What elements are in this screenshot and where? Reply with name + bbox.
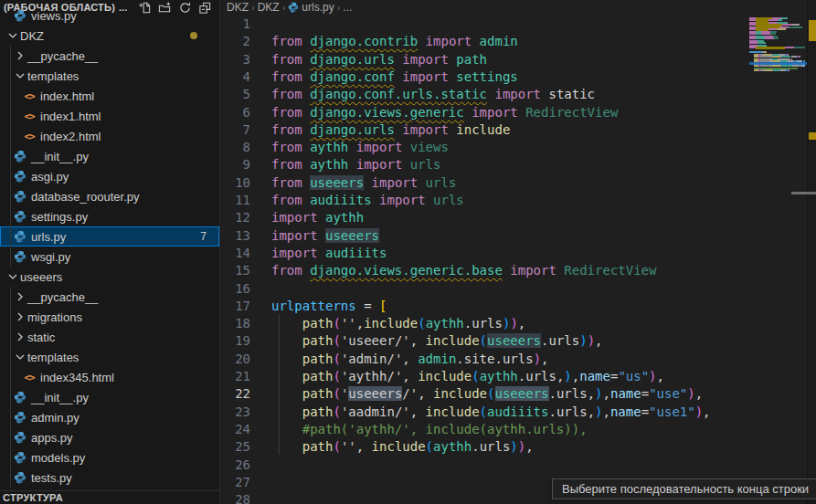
line-number[interactable]: 23 (220, 404, 250, 419)
line-number[interactable]: 27 (220, 475, 250, 489)
line-number[interactable]: 2 (220, 34, 250, 48)
code-line-15[interactable]: 15from django.views.generic.base import … (220, 261, 816, 279)
tree-file-index1-html[interactable]: <>index1.html (0, 106, 219, 126)
line-number[interactable]: 3 (220, 52, 250, 67)
tree-folder-static[interactable]: static (0, 327, 219, 347)
breadcrumb-item[interactable]: DKZ (227, 1, 249, 14)
code-line-22[interactable]: 22 path('useeers/', include(useeers.urls… (220, 384, 816, 403)
code-text: import aythh (271, 210, 364, 225)
breadcrumb-item[interactable]: ... (343, 1, 352, 14)
tree-folder-dkz[interactable]: DKZ (0, 26, 219, 46)
chevron-right-icon[interactable] (13, 310, 27, 324)
line-number[interactable]: 17 (220, 299, 250, 313)
chevron-down-icon[interactable] (5, 28, 20, 43)
tree-file--init-py[interactable]: __init__.py (0, 146, 219, 166)
code-line-3[interactable]: 3from django.urls import path (220, 50, 816, 68)
code-text: from django.conf.urls.static import stat… (271, 87, 595, 101)
line-number[interactable]: 21 (220, 369, 250, 383)
code-line-4[interactable]: 4from django.conf import settings (220, 68, 816, 86)
code-line-7[interactable]: 7from django.urls import include (220, 121, 816, 139)
line-number[interactable]: 13 (220, 228, 250, 243)
line-number[interactable]: 8 (220, 140, 250, 154)
code-line-17[interactable]: 17urlpatterns = [ (220, 297, 816, 315)
chevron-right-icon[interactable] (13, 289, 27, 304)
code-line-1[interactable]: 1 (220, 15, 816, 33)
code-line-9[interactable]: 9from aythh import urls (220, 155, 816, 173)
tree-file-index345-html[interactable]: <>index345.html (0, 367, 219, 387)
code-line-11[interactable]: 11from audiiits import urls (220, 191, 816, 209)
tree-folder-templates[interactable]: templates (0, 347, 219, 367)
tree-file-admin-py[interactable]: admin.py (0, 407, 219, 427)
tree-file-wsgi-py[interactable]: wsgi.py (0, 247, 219, 267)
line-number[interactable]: 16 (220, 281, 250, 296)
tree-folder-templates[interactable]: templates (0, 66, 219, 86)
code-line-16[interactable]: 16 (220, 279, 816, 298)
overview-ruler[interactable] (807, 0, 816, 504)
line-number[interactable]: 25 (220, 439, 250, 454)
chevron-right-icon[interactable] (13, 330, 27, 344)
code-line-8[interactable]: 8from aythh import views (220, 138, 816, 156)
chevron-right-icon[interactable] (13, 48, 27, 63)
line-number[interactable]: 6 (220, 105, 250, 120)
tree-folder-useeers[interactable]: useeers (0, 267, 219, 287)
tree-file-settings-py[interactable]: settings.py (0, 206, 219, 226)
code-line-12[interactable]: 12import aythh (220, 208, 816, 226)
tree-folder--pycache-[interactable]: __pycache__ (0, 46, 219, 66)
line-number[interactable]: 10 (220, 175, 250, 190)
tree-file-urls-py[interactable]: urls.py7 (0, 226, 219, 247)
chevron-down-icon[interactable] (13, 68, 27, 83)
minimap[interactable] (749, 13, 807, 205)
line-number[interactable]: 4 (220, 69, 250, 84)
problems-count-badge: 7 (200, 230, 207, 243)
chevron-down-icon[interactable] (13, 350, 27, 364)
code-line-14[interactable]: 14import audiiits (220, 244, 816, 262)
code-line-13[interactable]: 13import useeers (220, 226, 816, 245)
code-line-2[interactable]: 2from django.contrib import admin (220, 32, 816, 50)
breadcrumb-item[interactable]: urls.py (302, 1, 334, 14)
tree-file--init-py[interactable]: __init__.py (0, 387, 219, 407)
tree-file-asgi-py[interactable]: asgi.py (0, 166, 219, 186)
code-line-26[interactable]: 26 (220, 456, 816, 474)
line-number[interactable]: 1 (220, 16, 250, 31)
editor-pane[interactable]: DKZ›DKZ›urls.py›... 12from django.contri… (220, 0, 816, 504)
code-line-18[interactable]: 18 path('',include(aythh.urls)), (220, 314, 816, 332)
line-number[interactable]: 24 (220, 422, 250, 436)
tree-file-database-roouter-py[interactable]: database_roouter.py (0, 186, 219, 206)
line-number[interactable]: 12 (220, 210, 250, 225)
breadcrumb-item[interactable]: DKZ (258, 1, 280, 14)
tree-file-apps-py[interactable]: apps.py (0, 427, 219, 447)
code-line-25[interactable]: 25 path('', include(aythh.urls)), (220, 437, 816, 456)
line-number[interactable]: 18 (220, 316, 250, 331)
code-line-20[interactable]: 20 path('admin/', admin.site.urls), (220, 350, 816, 368)
code-line-5[interactable]: 5from django.conf.urls.static import sta… (220, 85, 816, 103)
tree-item-label: index345.html (40, 371, 114, 384)
tree-folder--pycache-[interactable]: __pycache__ (0, 287, 219, 307)
vscode-window: (РАБОЧАЯ ОБЛАСТЬ) ... views.pyDKZ__pycac… (0, 0, 816, 504)
tree-file-tests-py[interactable]: tests.py (0, 467, 219, 488)
tree-folder-migrations[interactable]: migrations (0, 307, 219, 327)
line-number[interactable]: 22 (220, 386, 250, 401)
line-number[interactable]: 5 (220, 87, 250, 101)
tree-file-views-py[interactable]: views.py (0, 5, 219, 26)
line-number[interactable]: 15 (220, 263, 250, 278)
line-number[interactable]: 11 (220, 193, 250, 207)
code-line-6[interactable]: 6from django.views.generic import Redire… (220, 103, 816, 121)
code-line-23[interactable]: 23 path('aadmin/', include(audiiits.urls… (220, 403, 816, 421)
tree-file-index-html[interactable]: <>index.html (0, 86, 219, 106)
code-line-10[interactable]: 10from useeers import urls (220, 173, 816, 192)
code-line-24[interactable]: 24 #path('aythh/', include(aythh.urls)), (220, 420, 816, 438)
line-number[interactable]: 26 (220, 457, 250, 472)
tree-file-index2-html[interactable]: <>index2.html (0, 126, 219, 146)
line-number[interactable]: 19 (220, 333, 250, 348)
code-line-21[interactable]: 21 path('aythh/', include(aythh.urls,),n… (220, 367, 816, 385)
line-number[interactable]: 9 (220, 157, 250, 172)
line-number[interactable]: 14 (220, 246, 250, 260)
tree-item-label: urls.py (31, 230, 66, 244)
chevron-down-icon[interactable] (5, 269, 20, 284)
tree-file-models-py[interactable]: models.py (0, 447, 219, 467)
line-number[interactable]: 28 (220, 492, 250, 504)
outline-section-header[interactable]: СТРУКТУРА (0, 490, 219, 504)
code-line-19[interactable]: 19 path('useeer/', include(useeers.urls)… (220, 331, 816, 350)
line-number[interactable]: 20 (220, 352, 250, 366)
line-number[interactable]: 7 (220, 122, 250, 137)
